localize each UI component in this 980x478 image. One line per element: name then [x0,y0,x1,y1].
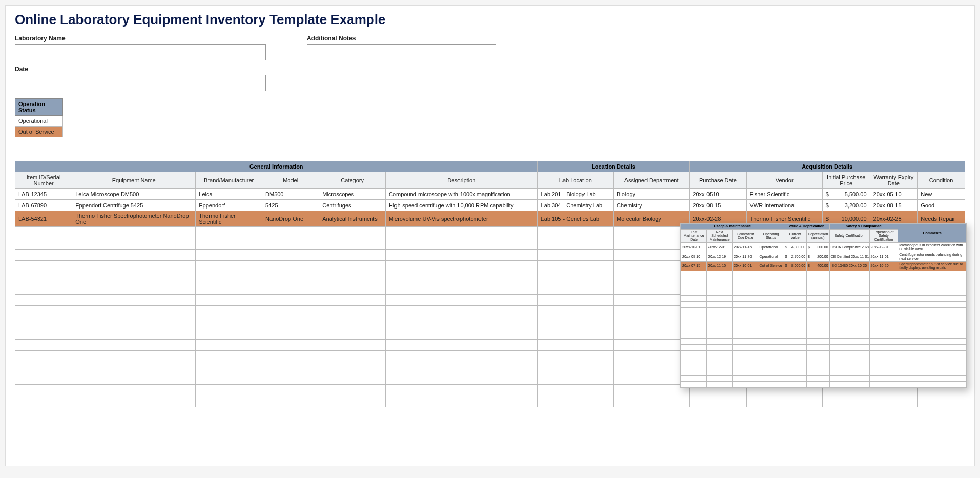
table-row-empty[interactable] [681,375,967,381]
cell-empty [262,238,319,250]
col-warranty: Warranty Expiry Date [870,172,918,189]
cell-empty [829,314,869,320]
cell-empty [681,277,707,283]
cell-empty [72,396,196,407]
cell-empty [15,328,72,340]
cell-empty [758,344,784,350]
table-row[interactable]: LAB-67890Eppendorf Centrifuge 5425Eppend… [15,200,965,211]
cell-empty [72,328,196,340]
cell-empty [262,340,319,351]
cell-empty [319,295,386,306]
cell-empty [758,350,784,357]
cell-empty [784,332,807,338]
table-row-empty[interactable] [681,363,967,369]
col-id: Item ID/Serial Number [15,172,72,189]
cell: LAB-54321 [15,211,72,227]
cell-empty [807,320,830,326]
cell-empty [733,307,758,314]
status-legend-header: Operation Status [15,99,63,116]
cell: Fisher Scientific [746,189,822,200]
cell-empty [829,320,869,326]
cell-money: $2,700.00 [784,252,807,261]
cell-empty [15,295,72,306]
table-row[interactable]: 20xx-10-0120xx-12-0120xx-11-15Operationa… [681,242,967,252]
cell-empty [537,351,613,362]
sec-group-value: Value & Depreciation [784,224,829,230]
cell-empty [807,277,830,283]
cell-empty [537,362,613,373]
cell-empty [869,295,898,301]
table-row-empty[interactable] [681,314,967,320]
cell-empty [72,362,196,373]
table-row-empty[interactable] [681,381,967,387]
cell-empty [72,272,196,283]
cell: Operational [758,242,784,252]
cell: Out of Service [758,261,784,271]
table-row-empty[interactable] [681,350,967,357]
cell-empty [707,381,733,387]
cell-empty [681,357,707,363]
cell-empty [733,277,758,283]
cell: Biology [613,189,689,200]
col-vendor: Vendor [746,172,822,189]
cell-empty [319,362,386,373]
table-row-empty[interactable] [15,396,965,407]
cell-empty [829,375,869,381]
table-row-empty[interactable] [681,301,967,307]
table-row[interactable]: 20xx-07-1520xx-11-1520xx-10-01Out of Ser… [681,261,967,271]
table-row[interactable]: 20xx-09-1020xx-12-1920xx-11-30Operationa… [681,252,967,261]
cell: High-speed centrifuge with 10,000 RPM ca… [386,200,538,211]
cell-empty [758,289,784,295]
cell-empty [681,314,707,320]
page-container: Online Laboratory Equipment Inventory Te… [5,5,975,466]
cell-empty [319,250,386,261]
cell-empty [613,272,689,283]
cell-empty [196,373,262,385]
date-input[interactable] [15,75,266,91]
col-dept: Assigned Department [613,172,689,189]
table-row-empty[interactable] [681,357,967,363]
cell-empty [733,283,758,289]
table-row-empty[interactable] [681,277,967,283]
cell: VWR International [746,200,822,211]
table-row-empty[interactable] [681,283,967,289]
table-row-empty[interactable] [681,332,967,338]
cell-empty [537,396,613,407]
col-name: Equipment Name [72,172,196,189]
cell: 20xx-10-01 [733,261,758,271]
cell-empty [319,317,386,328]
cell-empty [319,351,386,362]
cell-empty [869,320,898,326]
cell-empty [681,363,707,369]
table-row-empty[interactable] [681,369,967,375]
cell-empty [870,396,918,407]
cell-empty [733,357,758,363]
cell-empty [733,338,758,344]
cell-empty [869,363,898,369]
table-row-empty[interactable] [681,326,967,332]
cell-empty [829,381,869,387]
table-row[interactable]: LAB-12345Leica Microscope DM500LeicaDM50… [15,189,965,200]
table-row-empty[interactable] [681,338,967,344]
lab-name-input[interactable] [15,44,266,60]
cell-empty [898,344,967,350]
cell-empty [196,283,262,295]
table-row-empty[interactable] [681,344,967,350]
table-row-empty[interactable] [681,307,967,314]
cell-empty [758,314,784,320]
cell-empty [898,350,967,357]
table-row-empty[interactable] [681,271,967,277]
left-fields: Laboratory Name Date [15,35,266,91]
cell: 20xx-10-01 [681,242,707,252]
cell: 20xx-0510 [690,189,746,200]
table-row-empty[interactable] [681,320,967,326]
cell-empty [733,350,758,357]
notes-textarea[interactable] [307,44,496,87]
table-row-empty[interactable] [681,295,967,301]
cell-empty [537,250,613,261]
sec-col-lastmaint: Last Maintenance Date [681,229,707,242]
cell-empty [196,328,262,340]
cell: Microscope is in excellent condition wit… [898,242,967,252]
table-row-empty[interactable] [681,289,967,295]
cell-empty [733,320,758,326]
